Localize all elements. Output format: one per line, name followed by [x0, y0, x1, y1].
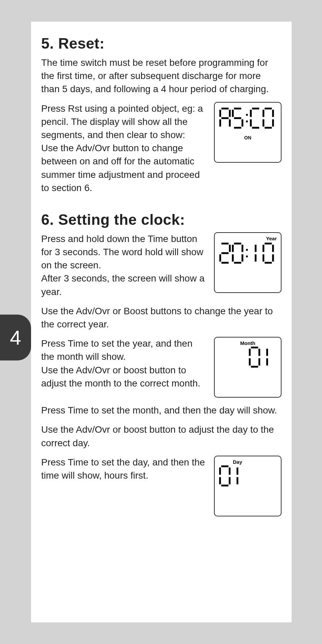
lcd-display-day: Day	[214, 456, 281, 516]
page-number-tab: 4	[0, 315, 31, 360]
lcd-display-month: Month	[214, 337, 281, 398]
svg-rect-12	[246, 120, 248, 122]
heading-reset: 5. Reset:	[41, 35, 281, 52]
clock-p2: After 3 seconds, the screen will show a …	[41, 272, 208, 298]
reset-p2: Press Rst using a pointed object, eg: a …	[41, 102, 208, 142]
lcd-month-label: Month	[215, 340, 281, 346]
clock-p8: Press Time to set the day, and then the …	[41, 456, 208, 482]
svg-rect-35	[246, 256, 248, 257]
clock-p5: Use the Adv/Ovr or boost button to adjus…	[41, 364, 208, 390]
section-clock: 6. Setting the clock: Press and hold dow…	[41, 211, 281, 516]
svg-rect-34	[246, 249, 248, 250]
clock-p4: Press Time to set the year, and then the…	[41, 337, 208, 363]
clock-p6: Press Time to set the month, and then th…	[41, 404, 281, 417]
lcd-display-year: Year	[214, 232, 281, 293]
clock-p1: Press and hold down the Time button for …	[41, 232, 208, 272]
reset-p3: Use the Adv/Ovr button to change between…	[41, 141, 208, 194]
page-number: 4	[10, 326, 21, 349]
clock-p3: Use the Adv/Ovr or Boost buttons to chan…	[41, 304, 281, 331]
lcd-year-label: Year	[266, 236, 277, 241]
svg-rect-11	[246, 114, 248, 115]
heading-clock: 6. Setting the clock:	[41, 211, 281, 228]
lcd-day-label: Day	[233, 459, 242, 465]
reset-p1: The time switch must be reset before pro…	[41, 56, 281, 96]
lcd-display-asco: ON	[214, 102, 281, 163]
clock-p7: Use the Adv/Ovr or boost button to adjus…	[41, 423, 281, 449]
lcd-on-label: ON	[215, 135, 281, 140]
manual-page: 5. Reset: The time switch must be reset …	[31, 22, 292, 622]
section-reset: 5. Reset: The time switch must be reset …	[41, 35, 281, 194]
